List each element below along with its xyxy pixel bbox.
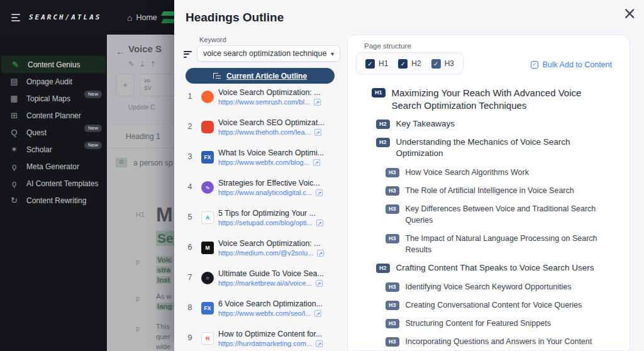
outline-heading-row[interactable]: H3The Role of Artificial Intelligence in… [386, 185, 618, 196]
level-checkbox-h3[interactable]: ✓H3 [431, 59, 454, 69]
outline-heading-row[interactable]: H3Structuring Content for Featured Snipp… [386, 318, 618, 329]
document-editor-dimmed: ← Voice S ✎⇣⇡ + vo SV Update C Heading 1… [107, 35, 174, 351]
content-genius-icon: ✎ [10, 60, 21, 69]
outline-heading-text: Maximizing Your Reach With Advanced Voic… [392, 87, 609, 111]
result-url[interactable]: https://marketbrew.ai/a/voice... [218, 279, 312, 287]
outline-heading-row[interactable]: H3Incorporating Questions and Answers in… [386, 336, 618, 350]
search-result-row[interactable]: 7○Ultimate Guide To Voice Sea...https://… [186, 269, 343, 289]
new-badge: New [84, 91, 102, 98]
bulk-add-to-content-button[interactable]: ✓ Bulk Add to Content [531, 60, 613, 69]
onpage-audit-icon: ▤ [9, 77, 19, 86]
outline-heading-text: Key Takeaways [396, 118, 455, 130]
external-link-icon[interactable]: ↗ [313, 159, 320, 166]
external-link-icon[interactable]: ↗ [314, 129, 321, 136]
nav-home[interactable]: ⌂ Home [127, 13, 157, 23]
external-link-icon[interactable]: ↗ [316, 280, 323, 287]
outline-heading-row[interactable]: H3Creating Conversational Content for Vo… [386, 299, 618, 311]
outline-heading-row[interactable]: H1Maximizing Your Reach With Advanced Vo… [372, 87, 618, 111]
result-rank: 5 [186, 213, 194, 221]
search-result-row[interactable]: 8FX6 Voice Search Optimization...https:/… [186, 299, 343, 319]
search-result-row[interactable]: 3FXWhat Is Voice Search Optimi...https:/… [186, 148, 343, 168]
webfx-favicon: FX [201, 151, 214, 164]
meta-generator-icon: ϙ [9, 162, 19, 171]
search-result-row[interactable]: 6MVoice Search Optimization: ...https://… [186, 239, 343, 259]
level-label: H1 [379, 59, 388, 68]
result-rank: 9 [186, 333, 194, 342]
level-checkbox-h1[interactable]: ✓H1 [365, 59, 388, 69]
external-link-icon[interactable]: ↗ [317, 250, 324, 257]
keyword-label: Keyword [199, 36, 226, 43]
external-link-icon[interactable]: ↗ [316, 220, 323, 226]
sidebar-item-content-planner[interactable]: ⊞Content Planner [0, 107, 107, 124]
h3-badge: H3 [386, 234, 399, 243]
result-url[interactable]: https://www.webfx.com/blog... [218, 159, 309, 166]
page-structure-card: Page structure ✓H1✓H2✓H3 ✓ Bulk Add to C… [347, 35, 630, 351]
bulk-add-checkbox-icon: ✓ [531, 61, 538, 69]
outline-heading-row[interactable]: H3Identifying Voice Search Keyword Oppor… [386, 281, 618, 292]
sidebar-item-ai-content-templates[interactable]: ϙAI Content Templates [0, 175, 107, 192]
sidebar-item-label: Meta Generator [26, 162, 79, 171]
home-label: Home [136, 13, 157, 22]
outline-heading-row[interactable]: H2Key Takeaways [376, 118, 618, 130]
new-badge: New [84, 142, 102, 149]
result-url[interactable]: https://medium.com/@v2solu... [218, 249, 313, 257]
menu-hamburger-icon[interactable] [11, 14, 21, 21]
h3-badge: H3 [386, 337, 399, 347]
checkbox-checked-icon[interactable]: ✓ [431, 59, 441, 69]
chevron-down-icon: ▾ [331, 50, 334, 57]
external-link-icon[interactable]: ↗ [316, 189, 323, 196]
sidebar-item-scholar[interactable]: ✶ScholarNew [0, 141, 107, 158]
level-label: H2 [411, 59, 421, 68]
level-checkbox-h2[interactable]: ✓H2 [398, 59, 421, 69]
keyword-select[interactable]: voice search optimization techniques ▾ [197, 45, 340, 62]
outline-heading-row[interactable]: H3Key Differences Between Voice and Trad… [386, 203, 618, 226]
sidebar-item-topical-maps[interactable]: ▦Topical MapsNew [0, 90, 107, 107]
result-url[interactable]: https://setupad.com/blog/opti... [218, 219, 313, 226]
search-result-row[interactable]: 4∿Strategies for Effective Voic...https:… [186, 179, 343, 198]
outline-heading-row[interactable]: H3How Voice Search Algorithms Work [386, 167, 618, 178]
result-title: What Is Voice Search Optimi... [218, 148, 343, 157]
result-url[interactable]: https://www.analyticodigital.c... [218, 189, 312, 196]
result-rank: 8 [186, 303, 194, 312]
outline-heading-text: Creating Conversational Content for Voic… [406, 299, 582, 311]
result-rank: 1 [186, 92, 194, 101]
external-link-icon[interactable]: ↗ [316, 340, 323, 347]
outline-heading-row[interactable]: H2Crafting Content That Speaks to Voice … [376, 262, 618, 274]
external-link-icon[interactable]: ↗ [314, 99, 321, 106]
outline-heading-row[interactable]: H2Understanding the Mechanics of Voice S… [376, 136, 618, 159]
close-icon[interactable]: × [623, 5, 636, 21]
outline-heading-row[interactable]: H3The Impact of Natural Language Process… [386, 233, 618, 255]
result-title: How to Optimize Content for... [218, 330, 343, 338]
result-url[interactable]: https://www.semrush.com/bl... [218, 98, 310, 106]
search-result-row[interactable]: 5A5 Tips for Optimizing Your ...https://… [186, 209, 343, 228]
result-url[interactable]: https://www.thehoth.com/lea... [218, 128, 311, 136]
result-rank: 2 [186, 122, 194, 131]
checkbox-checked-icon[interactable]: ✓ [398, 59, 408, 69]
sidebar-item-content-genius[interactable]: ✎Content Genius [1, 56, 106, 73]
result-url[interactable]: https://hurrdatmarketing.com... [218, 340, 312, 347]
checkbox-checked-icon[interactable]: ✓ [365, 59, 375, 69]
h3-badge: H3 [386, 282, 399, 292]
sidebar-item-onpage-audit[interactable]: ▤Onpage Audit [0, 73, 107, 90]
search-result-row[interactable]: 9HHow to Optimize Content for...https://… [186, 330, 343, 349]
content-planner-icon: ⊞ [9, 111, 19, 120]
sidebar-item-label: Quest [26, 128, 47, 137]
outline-heading-text: Understanding the Mechanics of Voice Sea… [396, 136, 604, 159]
current-article-outline-button[interactable]: Current Article Outline [186, 68, 335, 84]
modal-backdrop [107, 35, 174, 351]
search-result-row[interactable]: 2Voice Search SEO Optimizat...https://ww… [186, 118, 343, 138]
search-result-row[interactable]: 1Voice Search Optimization: ...https://w… [186, 88, 343, 108]
outline-heading-text: Structuring Content for Featured Snippet… [406, 318, 551, 329]
external-link-icon[interactable]: ↗ [314, 310, 321, 317]
sort-filter-icon[interactable] [184, 51, 192, 58]
sidebar-item-quest[interactable]: QQuestNew [0, 124, 107, 141]
sidebar-item-label: Topical Maps [26, 94, 70, 103]
sidebar-item-content-rewriting[interactable]: ↻Content Rewriting [0, 192, 107, 209]
result-url[interactable]: https://www.webfx.com/seo/l... [218, 309, 311, 317]
outline-heading-text: Identifying Voice Search Keyword Opportu… [406, 281, 572, 292]
result-title: Ultimate Guide To Voice Sea... [218, 269, 343, 278]
topical-maps-icon: ▦ [9, 94, 19, 103]
sidebar-item-meta-generator[interactable]: ϙMeta Generator [0, 158, 107, 175]
headings-outline-modal: Headings Outline × Keyword voice search … [174, 0, 644, 351]
result-title: 5 Tips for Optimizing Your ... [218, 209, 343, 218]
